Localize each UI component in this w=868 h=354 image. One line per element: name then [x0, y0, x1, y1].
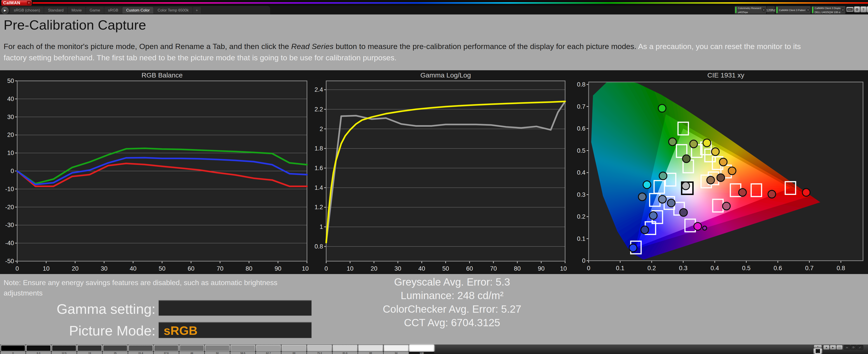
meter-device-dropdown[interactable]: Colorimetry Research CR-100 u4025qw ▼ — [735, 6, 766, 14]
calman-menu-button[interactable]: CalMAN ▼ — [1, 0, 32, 6]
svg-text:0: 0 — [324, 265, 328, 272]
continuous-read-button[interactable]: ∞ — [844, 345, 850, 350]
rgb-balance-chart: RGB Balance50403020100-10-20-30-40-50010… — [2, 70, 309, 274]
pattern-patch-56.5[interactable]: 56.5 — [230, 345, 255, 354]
pattern-patch-37.6[interactable]: 37.6 — [154, 345, 179, 354]
pattern-patch-0[interactable]: 0 — [0, 345, 26, 354]
svg-text:0.3: 0.3 — [679, 265, 688, 271]
svg-text:10: 10 — [7, 150, 14, 156]
svg-text:90: 90 — [275, 265, 281, 272]
description-emphasis: Read Series — [291, 42, 333, 51]
cie-1931-chart: CIE 1931 xy00.10.20.30.40.50.60.70.800.1… — [569, 70, 867, 274]
chevron-down-icon: ▼ — [841, 8, 845, 12]
svg-text:50: 50 — [442, 265, 449, 272]
play-button[interactable]: ▶ — [830, 345, 836, 350]
pattern-patch-94[interactable]: 94 — [383, 345, 409, 354]
svg-text:10: 10 — [347, 265, 353, 272]
svg-text:0: 0 — [11, 168, 14, 174]
tab-color-temp-6500k[interactable]: Color Temp 6500k — [154, 7, 193, 13]
gamma-setting-field[interactable] — [158, 300, 312, 316]
svg-text:0.4: 0.4 — [577, 169, 585, 176]
pattern-patch-25[interactable]: 25 — [103, 345, 128, 354]
tab-scroll-button[interactable]: ▶ — [1, 7, 8, 14]
meter-device-name: Colorimetry Research CR-100 — [738, 7, 761, 9]
tab-movie[interactable]: Movie — [68, 7, 86, 13]
display-profiler-name: CalMAN Client 3 Display Profiler — [815, 7, 840, 9]
pattern-patch-62.7[interactable]: 62.7 — [256, 345, 281, 354]
range-read-button[interactable]: [-] — [836, 345, 843, 350]
measurement-summary: Greyscale Avg. Error: 5.3 Luminance: 248… — [323, 275, 581, 329]
check-icon: ✓ — [859, 346, 861, 349]
loop-icon: ⟳ — [852, 346, 855, 349]
pattern-patch-69[interactable]: 69 — [281, 345, 307, 354]
pattern-patch-6.3[interactable]: 6.3 — [26, 345, 51, 354]
connection-status-indicator — [735, 7, 737, 13]
gamma-chart: Gamma Log/Log2.42.221.81.61.41.210.80102… — [312, 70, 567, 274]
svg-text:0.6: 0.6 — [774, 265, 782, 271]
pattern-patch-81.6[interactable]: 81.6 — [333, 345, 358, 354]
svg-text:-20: -20 — [5, 204, 14, 211]
svg-text:50: 50 — [7, 77, 14, 84]
pattern-window-icon — [815, 348, 821, 354]
pattern-patch-44[interactable]: 44 — [179, 345, 204, 354]
pattern-patch-100[interactable]: 100 — [409, 345, 434, 354]
picture-mode-field[interactable]: sRGB — [158, 322, 312, 339]
tab-standard[interactable]: Standard — [44, 7, 68, 13]
luminance-value: Luminance: 248 cd/m² — [323, 289, 581, 302]
tab-srgb[interactable]: sRGB — [104, 7, 122, 13]
pattern-window-toggle[interactable] — [813, 348, 822, 354]
tab-bar: ▶ sRGB (chosen)StandardMovieGamesRGBCust… — [0, 6, 868, 14]
tab-srgb-chosen-[interactable]: sRGB (chosen) — [10, 7, 44, 13]
help-button[interactable]: ? — [860, 6, 866, 12]
svg-text:0.2: 0.2 — [577, 213, 585, 220]
charts-strip: RGB Balance50403020100-10-20-30-40-50010… — [0, 70, 868, 274]
svg-text:60: 60 — [466, 265, 473, 272]
svg-text:0.4: 0.4 — [710, 265, 719, 271]
tab-game[interactable]: Game — [86, 7, 104, 13]
collapse-up-button[interactable]: ▲ — [814, 345, 822, 348]
stop-button[interactable]: ■ — [823, 345, 830, 350]
pattern-strip: 06.312.5192531.437.6445056.562.76975.381… — [0, 345, 434, 354]
svg-text:0.7: 0.7 — [577, 103, 585, 110]
svg-text:40: 40 — [130, 265, 136, 272]
pattern-patch-19[interactable]: 19 — [77, 345, 102, 354]
svg-text:20: 20 — [72, 265, 79, 272]
pattern-patch-75.3[interactable]: 75.3 — [307, 345, 332, 354]
svg-text:0.1: 0.1 — [577, 235, 585, 242]
range-icon: [-] — [839, 346, 840, 349]
svg-text:0: 0 — [582, 257, 585, 264]
description-dark-text2: button to measure the pre-calibration pe… — [333, 42, 636, 51]
pattern-patch-12.5[interactable]: 12.5 — [52, 345, 76, 354]
svg-text:30: 30 — [101, 265, 107, 272]
page-title: Pre-Calibration Capture — [4, 17, 146, 33]
picture-mode-value: sRGB — [159, 322, 311, 337]
settings-button[interactable]: ⚙ — [854, 6, 860, 12]
svg-text:2.2: 2.2 — [314, 106, 323, 113]
svg-text:0.1: 0.1 — [616, 265, 625, 271]
svg-text:1.6: 1.6 — [314, 165, 323, 171]
tab-custom-color[interactable]: Custom Color — [122, 7, 154, 13]
pattern-generator-dropdown[interactable]: CalMAN Client 3 Pattern Generator ▼ — [776, 6, 811, 14]
ddc-icon: DDC — [847, 8, 852, 11]
svg-text:1.4: 1.4 — [314, 184, 323, 191]
svg-text:80: 80 — [246, 265, 252, 272]
accept-button[interactable]: ✓ — [857, 345, 863, 350]
svg-text:-10: -10 — [5, 186, 14, 192]
loop-button[interactable]: ⟳ — [850, 345, 857, 350]
pattern-patch-50[interactable]: 50 — [205, 345, 230, 354]
infinity-icon: ∞ — [846, 346, 848, 349]
svg-text:2.4: 2.4 — [314, 86, 323, 93]
svg-text:2: 2 — [320, 126, 323, 132]
svg-text:10: 10 — [43, 265, 50, 272]
display-profiler-dropdown[interactable]: CalMAN Client 3 Display Profiler DELL U4… — [811, 6, 845, 14]
pattern-patch-88[interactable]: 88 — [358, 345, 383, 354]
collapse-panel-button[interactable]: ◀ — [866, 6, 868, 12]
svg-text:0.3: 0.3 — [577, 191, 585, 198]
ddc-control-button[interactable]: DDC — [846, 7, 854, 12]
spectrum-divider — [33, 2, 868, 4]
pattern-patch-31.4[interactable]: 31.4 — [128, 345, 153, 354]
svg-text:0.8: 0.8 — [314, 243, 323, 250]
svg-text:0.8: 0.8 — [577, 81, 585, 88]
add-tab-button[interactable]: + — [193, 7, 201, 13]
gamma-setting-value — [159, 300, 311, 301]
